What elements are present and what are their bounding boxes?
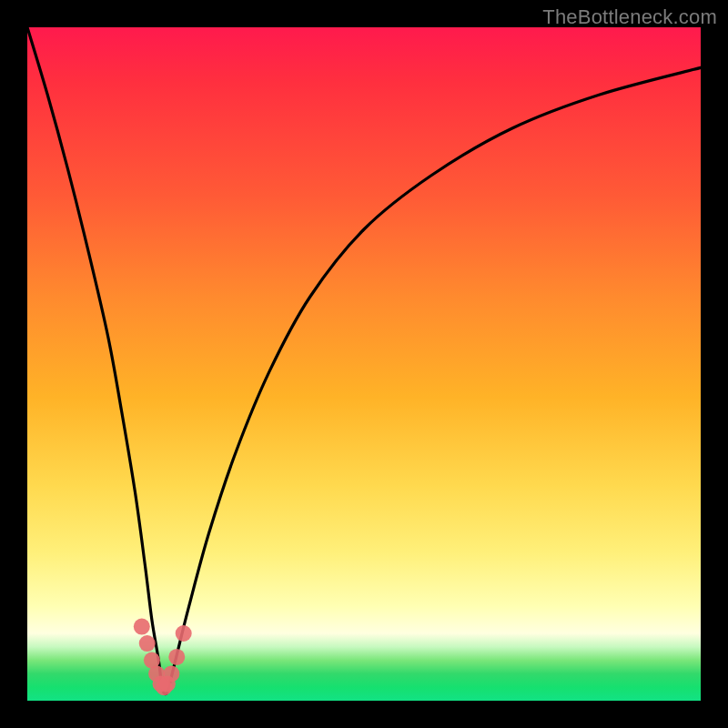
watermark-text: TheBottleneck.com	[542, 5, 717, 29]
curve-svg	[27, 27, 701, 701]
marker-dot	[139, 635, 156, 652]
plot-area	[27, 27, 701, 701]
marker-dot	[168, 649, 185, 665]
marker-dot	[134, 619, 150, 635]
bottleneck-curve	[27, 27, 701, 694]
marker-dot	[163, 665, 179, 682]
outer-frame: TheBottleneck.com	[0, 0, 728, 728]
marker-dot	[176, 625, 192, 642]
bottom-markers	[134, 619, 192, 696]
